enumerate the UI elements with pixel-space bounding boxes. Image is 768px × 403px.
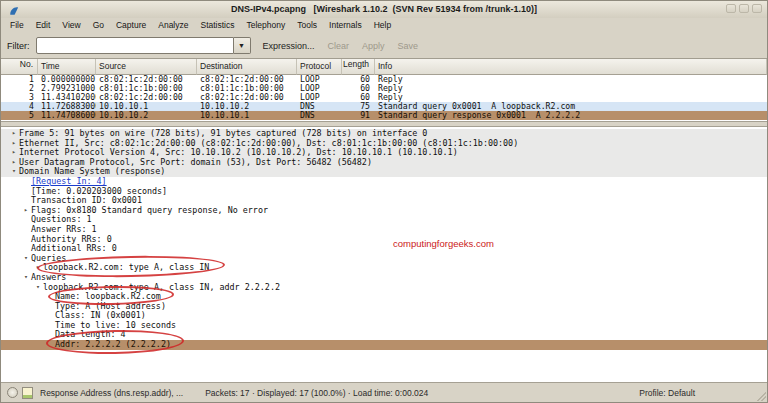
expander-spacer <box>21 196 31 206</box>
detail-text: Additional RRs: 0 <box>31 244 117 254</box>
expander-collapsed-icon[interactable]: ▸ <box>21 206 31 216</box>
menu-item-view[interactable]: View <box>56 18 86 33</box>
menu-item-statistics[interactable]: Statistics <box>194 18 240 33</box>
column-header-protocol[interactable]: Protocol <box>297 59 342 75</box>
packet-row-4[interactable]: 411.72688300010.10.10.110.10.10.2DNS75St… <box>1 102 767 111</box>
packet-row-1[interactable]: 10.000000000c8:02:1c:2d:00:00c8:02:1c:2d… <box>1 75 767 84</box>
packet-cell: Reply <box>375 75 767 84</box>
detail-line[interactable]: Questions: 1 <box>1 215 767 225</box>
menu-item-tools[interactable]: Tools <box>291 18 323 33</box>
detail-line[interactable]: ▾Domain Name System (response) <box>1 167 767 177</box>
column-header-length[interactable]: Length <box>342 59 375 75</box>
detail-text: loopback.R2.com: type A, class IN, addr … <box>43 283 280 293</box>
detail-line[interactable]: ▾loopback.R2.com: type A, class IN, addr… <box>1 283 767 293</box>
column-header-source[interactable]: Source <box>96 59 197 75</box>
filter-dropdown-button[interactable]: ▼ <box>234 37 251 54</box>
wireshark-window: DNS-IPv4.pcapng [Wireshark 1.10.2 (SVN R… <box>0 0 768 403</box>
maximize-button[interactable] <box>739 4 749 13</box>
detail-line[interactable]: Transaction ID: 0x0001 <box>1 196 767 206</box>
wireshark-logo-icon <box>8 3 20 15</box>
packet-cell: 10.10.10.1 <box>197 111 297 120</box>
save-button[interactable]: Save <box>398 41 419 51</box>
expander-spacer <box>21 215 31 225</box>
capture-comment-icon[interactable] <box>22 387 33 399</box>
packet-cell: 10.10.10.2 <box>96 111 197 120</box>
expander-collapsed-icon[interactable]: ▸ <box>9 129 19 139</box>
minimize-button[interactable] <box>726 4 736 13</box>
detail-line[interactable]: Addr: 2.2.2.2 (2.2.2.2) <box>1 340 767 350</box>
detail-line[interactable]: Class: IN (0x0001) <box>1 311 767 321</box>
packet-cell: 1 <box>1 75 38 84</box>
packet-row-2[interactable]: 22.799231000c8:01:1c:1b:00:00c8:01:1c:1b… <box>1 84 767 93</box>
detail-line[interactable]: ▸Flags: 0x8180 Standard query response, … <box>1 206 767 216</box>
detail-link[interactable]: [Request In: 4] <box>31 177 107 187</box>
packet-cell: 10.10.10.1 <box>96 102 197 111</box>
status-profile[interactable]: Profile: Default <box>639 388 695 398</box>
filter-input[interactable] <box>36 37 234 54</box>
detail-line[interactable]: Data length: 4 <box>1 330 767 340</box>
menu-item-capture[interactable]: Capture <box>110 18 152 33</box>
expander-expanded-icon[interactable]: ▾ <box>33 283 43 293</box>
packet-cell: 75 <box>342 102 375 111</box>
detail-line[interactable]: Type: A (Host address) <box>1 302 767 312</box>
expander-spacer <box>45 302 55 312</box>
detail-line[interactable]: [Request In: 4] <box>1 177 767 187</box>
packet-cell: DNS <box>297 111 342 120</box>
filter-toolbar: Filter: ▼ Expression... Clear Apply Save <box>1 33 767 59</box>
packet-cell: 0.000000000 <box>38 75 96 84</box>
detail-line[interactable]: ▾Queries <box>1 254 767 264</box>
packet-cell: 60 <box>342 93 375 102</box>
packet-cell: 60 <box>342 75 375 84</box>
detail-line[interactable]: ▾Answers <box>1 273 767 283</box>
menu-item-telephony[interactable]: Telephony <box>241 18 292 33</box>
expander-expanded-icon[interactable]: ▾ <box>21 254 31 264</box>
status-packet-counts: Packets: 17 · Displayed: 17 (100.0%) · L… <box>205 388 428 398</box>
expander-spacer <box>45 340 55 350</box>
resize-grip[interactable] <box>754 389 766 401</box>
column-header-destination[interactable]: Destination <box>197 59 297 75</box>
menu-item-edit[interactable]: Edit <box>30 18 57 33</box>
expert-info-icon[interactable] <box>7 387 18 398</box>
expression-button[interactable]: Expression... <box>263 41 315 51</box>
detail-line[interactable]: ▸Ethernet II, Src: c8:02:1c:2d:00:00 (c8… <box>1 139 767 149</box>
packet-cell: 10.10.10.2 <box>197 102 297 111</box>
expander-collapsed-icon[interactable]: ▸ <box>9 158 19 168</box>
detail-line[interactable]: ▸User Datagram Protocol, Src Port: domai… <box>1 158 767 168</box>
detail-text: Addr: 2.2.2.2 (2.2.2.2) <box>55 340 171 350</box>
menu-item-file[interactable]: File <box>4 18 30 33</box>
detail-text: Frame 5: 91 bytes on wire (728 bits), 91… <box>19 129 427 139</box>
expander-expanded-icon[interactable]: ▾ <box>21 273 31 283</box>
expander-spacer <box>21 225 31 235</box>
detail-line[interactable]: ▸Frame 5: 91 bytes on wire (728 bits), 9… <box>1 129 767 139</box>
column-header-time[interactable]: Time <box>38 59 96 75</box>
expander-collapsed-icon[interactable]: ▸ <box>9 139 19 149</box>
close-button[interactable] <box>752 4 762 13</box>
expander-expanded-icon[interactable]: ▾ <box>9 167 19 177</box>
detail-line[interactable]: Name: loopback.R2.com <box>1 292 767 302</box>
column-header-info[interactable]: Info <box>375 59 767 75</box>
detail-line[interactable]: Time to live: 10 seconds <box>1 321 767 331</box>
menu-item-help[interactable]: Help <box>368 18 397 33</box>
detail-line[interactable]: ▸Internet Protocol Version 4, Src: 10.10… <box>1 148 767 158</box>
expander-collapsed-icon[interactable]: ▸ <box>33 263 43 273</box>
expander-collapsed-icon[interactable]: ▸ <box>9 148 19 158</box>
filter-label: Filter: <box>7 41 30 51</box>
packet-row-5[interactable]: 511.74708600010.10.10.210.10.10.1DNS91St… <box>1 111 767 120</box>
packet-row-3[interactable]: 311.434102000c8:02:1c:2d:00:00c8:02:1c:2… <box>1 93 767 102</box>
apply-button[interactable]: Apply <box>362 41 385 51</box>
packet-cell: 91 <box>342 111 375 120</box>
menu-item-analyze[interactable]: Analyze <box>152 18 194 33</box>
packet-cell: c8:02:1c:2d:00:00 <box>96 93 197 102</box>
detail-line[interactable]: Answer RRs: 1 <box>1 225 767 235</box>
packet-cell: 2 <box>1 84 38 93</box>
clear-button[interactable]: Clear <box>328 41 350 51</box>
menu-item-go[interactable]: Go <box>87 18 110 33</box>
detail-line[interactable]: Authority RRs: 0 <box>1 235 767 245</box>
menu-item-internals[interactable]: Internals <box>323 18 368 33</box>
packet-cell: Standard query response 0x0001 A 2.2.2.2 <box>375 111 767 120</box>
column-header-no[interactable]: No. <box>1 59 38 75</box>
detail-line[interactable]: Additional RRs: 0 <box>1 244 767 254</box>
detail-line[interactable]: ▸loopback.R2.com: type A, class IN <box>1 263 767 273</box>
detail-line[interactable]: [Time: 0.020203000 seconds] <box>1 187 767 197</box>
expander-spacer <box>45 330 55 340</box>
